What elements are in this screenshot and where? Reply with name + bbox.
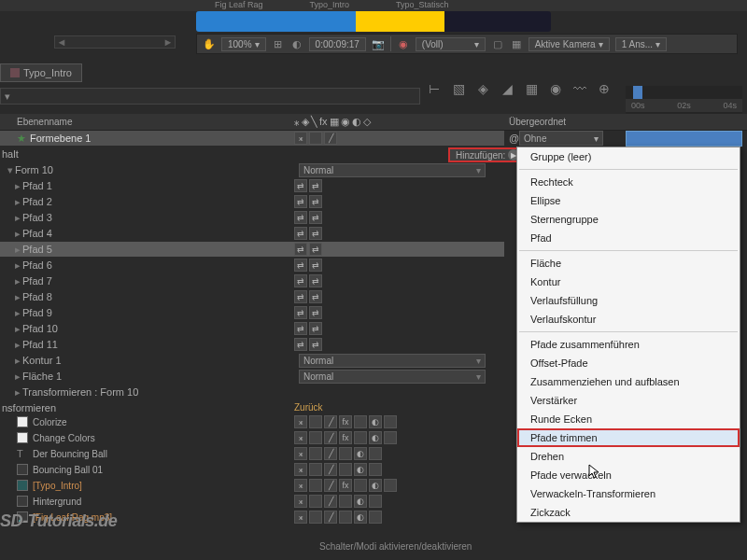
disclosure-icon[interactable]: ▸ [15,228,21,240]
disclosure-icon[interactable]: ▸ [15,307,21,319]
footer-hint[interactable]: Schalter/Modi aktivieren/deaktivieren [319,541,472,552]
stroke-row[interactable]: ▸Kontur 1Normal▾ [0,353,504,369]
channels-icon[interactable]: ◉ [397,37,410,50]
blend-mode-dropdown[interactable]: Normal▾ [299,354,486,368]
shape-layer-row[interactable]: ★Formebene 1⁎╱ [0,131,504,147]
playhead-indicator[interactable] [633,86,642,99]
path-row[interactable]: ▸Pfad 5⇄⇄ [0,242,504,258]
group-row[interactable]: halt [0,147,504,162]
hand-icon[interactable]: ✋ [203,37,216,50]
menu-item[interactable]: Gruppe (leer) [517,147,740,166]
disclosure-icon[interactable]: ▸ [15,339,21,351]
top-tab[interactable]: Fig Leaf Rag [215,0,263,11]
parent-dropdown[interactable]: Ohne▾ [519,131,603,146]
layer-row[interactable]: TDer Bouncing Ball⁎╱◐ [0,446,504,462]
menu-item[interactable]: Kontur [517,273,740,291]
menu-item[interactable]: Verwackeln-Transformieren [517,484,740,503]
path-row[interactable]: ▸Pfad 11⇄⇄ [0,337,504,353]
graph-icon[interactable]: 〰 [571,80,588,97]
disclosure-icon[interactable]: ▸ [15,323,21,335]
disclosure-icon[interactable]: ▸ [15,275,21,287]
add-button[interactable]: Hinzufügen: ▶ [448,147,527,162]
menu-separator [519,331,738,332]
path-row[interactable]: ▸Pfad 7⇄⇄ [0,273,504,289]
composition-tab[interactable]: Typo_Intro [0,63,82,82]
pickwhip-icon[interactable]: @ [509,133,519,144]
disclosure-icon[interactable]: ▸ [15,291,21,303]
fill-row[interactable]: ▸Fläche 1Normal▾ [0,369,504,385]
disclosure-icon[interactable]: ▸ [15,259,21,272]
layer-row[interactable]: Bouncing Ball 01⁎╱◐ [0,462,504,478]
disclosure-icon[interactable]: ▸ [15,196,21,208]
menu-item[interactable]: Pfade zusammenführen [517,335,740,354]
scroll-right-icon[interactable]: ► [162,36,175,48]
shy-icon[interactable]: ◢ [499,80,515,97]
menu-item[interactable]: Ellipse [517,191,740,210]
menu-item[interactable]: Runde Ecken [517,410,740,428]
motion-blur-icon[interactable]: ◉ [547,80,564,97]
render-icon[interactable]: ▧ [450,80,467,97]
menu-item[interactable]: Sternengruppe [517,210,740,229]
disclosure-icon[interactable]: ▸ [15,180,21,192]
disclosure-icon[interactable]: ▸ [15,355,21,367]
disclosure-icon[interactable]: ▸ [15,371,21,383]
menu-item[interactable]: Offset-Pfade [517,354,740,372]
path-row[interactable]: ▸Pfad 1⇄⇄ [0,178,504,194]
layer-row[interactable]: Change Colors⁎╱fx◐ [0,430,504,446]
top-tab[interactable]: Typo_Intro [310,0,350,11]
layer-duration-bar[interactable] [626,131,742,147]
path-row[interactable]: ▸Pfad 4⇄⇄ [0,226,504,242]
timeline-ruler[interactable]: 00s02s04s [626,86,742,114]
horizontal-scrollbar[interactable]: ◄ ► [54,35,176,49]
screen-icon[interactable]: ▢ [491,37,504,50]
disclosure-icon[interactable]: ▸ [15,212,21,224]
menu-item[interactable]: Verstärker [517,391,740,410]
transparency-icon[interactable]: ▦ [510,37,523,50]
menu-item[interactable]: Zickzack [517,503,740,522]
disclosure-icon[interactable]: ▸ [15,244,21,256]
scroll-left-icon[interactable]: ◄ [55,36,68,48]
disclosure-icon[interactable]: ▾ [7,164,13,176]
quality-dropdown[interactable]: (Voll)▾ [416,37,486,51]
layer-search-input[interactable]: ▾ [0,88,420,105]
layer-row[interactable]: Hintergrund⁎╱◐ [0,494,504,510]
flowchart-icon[interactable]: ⊢ [426,80,443,97]
menu-item[interactable]: Zusammenziehen und aufblasen [517,372,740,391]
path-row[interactable]: ▸Pfad 10⇄⇄ [0,321,504,337]
camera-dropdown[interactable]: Aktive Kamera▾ [529,37,610,51]
transform-row[interactable]: ▸Transformieren : Form 10 [0,385,504,400]
zoom-dropdown[interactable]: 100%▾ [221,37,266,51]
menu-item[interactable]: Fläche [517,254,740,273]
menu-item[interactable]: Verlaufsfüllung [517,291,740,310]
menu-item[interactable]: Drehen [517,447,740,466]
blend-mode-dropdown[interactable]: Normal▾ [299,370,486,384]
path-row[interactable]: ▸Pfad 2⇄⇄ [0,194,504,210]
reset-link[interactable]: Zurück [294,402,323,413]
layer-row[interactable]: Colorize⁎╱fx◐ [0,414,504,430]
path-row[interactable]: ▸Pfad 8⇄⇄ [0,289,504,305]
menu-item[interactable]: Verlaufskontur [517,310,740,329]
expand-icon[interactable]: ⊕ [596,80,613,97]
menu-item[interactable]: Pfad [517,229,740,247]
frame-blend-icon[interactable]: ▦ [523,80,540,97]
group-row[interactable]: ▾Form 10Normal▾ [0,162,504,178]
disclosure-icon[interactable]: ▸ [15,386,21,399]
layer-row[interactable]: [Typo_Intro]⁎╱fx◐ [0,478,504,494]
timeline-tools: ⊢ ▧ ◈ ◢ ▦ ◉ 〰 ⊕ [426,80,613,97]
path-row[interactable]: ▸Pfad 3⇄⇄ [0,210,504,226]
grid-icon[interactable]: ⊞ [272,37,285,50]
menu-item[interactable]: Rechteck [517,173,740,191]
cube-icon[interactable]: ◈ [474,80,491,97]
menu-item[interactable]: Pfade verwackeln [517,466,740,484]
path-row[interactable]: ▸Pfad 9⇄⇄ [0,305,504,321]
menu-item[interactable]: Pfade trimmen [517,428,740,447]
path-row[interactable]: ▸Pfad 6⇄⇄ [0,258,504,273]
search-dropdown-icon[interactable]: ▾ [5,91,10,103]
views-dropdown[interactable]: 1 Ans...▾ [615,37,667,51]
blend-mode-dropdown[interactable]: Normal▾ [299,163,486,177]
switch-header-icon: ◐ [352,116,361,128]
mask-icon[interactable]: ◐ [290,37,303,50]
top-tab[interactable]: Typo_Statisch [396,0,449,11]
timecode-display[interactable]: 0:00:09:17 [309,37,366,51]
snapshot-icon[interactable]: 📷 [372,37,385,50]
